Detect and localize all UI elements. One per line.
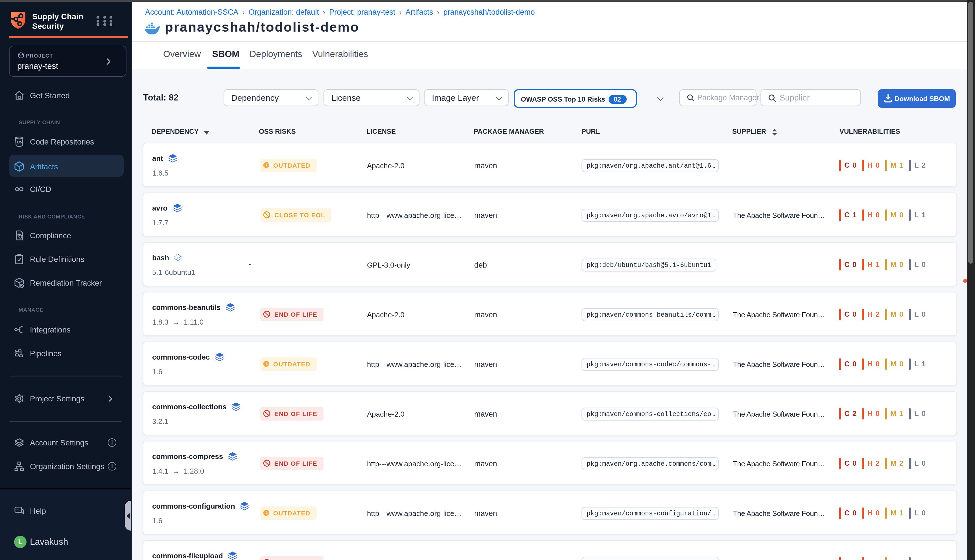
- svg-text:?: ?: [17, 508, 20, 512]
